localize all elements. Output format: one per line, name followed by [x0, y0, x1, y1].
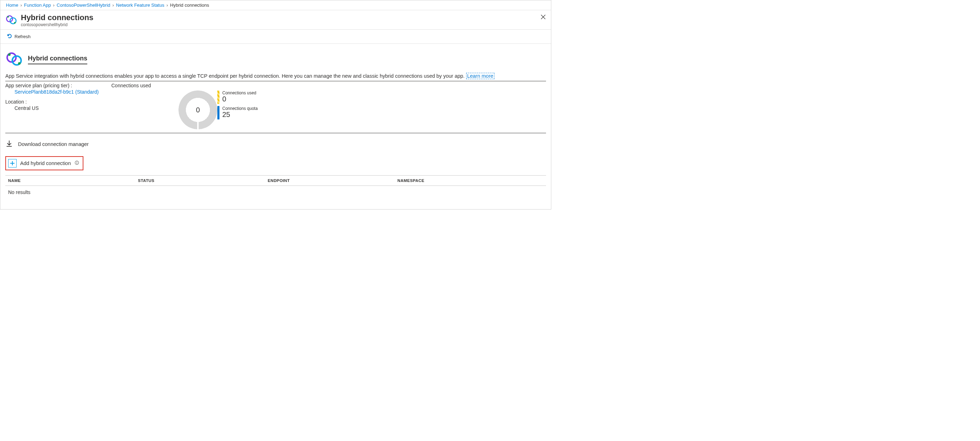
connections-stats-col: Connections used 0 Connections quota 25 — [217, 83, 546, 133]
section-title: Hybrid connections — [28, 55, 87, 64]
breadcrumb-link-network-feature-status[interactable]: Network Feature Status — [116, 3, 164, 8]
table-empty-text: No results — [5, 186, 546, 199]
breadcrumb-current: Hybrid connections — [170, 3, 209, 8]
hybrid-connections-icon — [5, 50, 23, 69]
column-header-namespace[interactable]: NAMESPACE — [395, 176, 546, 186]
column-header-endpoint[interactable]: ENDPOINT — [265, 176, 395, 186]
blade-header: Hybrid connections contosopowershellhybr… — [0, 10, 551, 29]
connections-used-stat: Connections used 0 — [217, 91, 546, 104]
download-connection-manager[interactable]: Download connection manager — [5, 133, 546, 156]
location-label: Location : — [5, 99, 111, 105]
connections-quota-label: Connections quota — [222, 106, 258, 111]
refresh-label: Refresh — [14, 34, 31, 39]
add-hybrid-connection-label: Add hybrid connection — [20, 161, 71, 166]
plan-and-location-col: App service plan (pricing tier) : Servic… — [5, 83, 111, 133]
table-empty-row: No results — [5, 186, 546, 199]
connections-used-header: Connections used — [111, 83, 217, 88]
svg-point-9 — [76, 161, 77, 162]
connections-quota-value: 25 — [222, 111, 258, 118]
chevron-right-icon: › — [21, 3, 22, 8]
chevron-right-icon: › — [112, 3, 114, 8]
svg-point-3 — [14, 22, 16, 24]
page-title: Hybrid connections — [21, 13, 93, 22]
download-label: Download connection manager — [18, 141, 89, 147]
connections-used-value: 0 — [222, 96, 256, 102]
svg-point-2 — [8, 16, 9, 18]
donut-center-value: 0 — [178, 91, 217, 129]
breadcrumb-link-function-app[interactable]: Function App — [24, 3, 51, 8]
svg-point-7 — [18, 62, 21, 65]
app-service-plan-link[interactable]: ServicePlanb818da2f-b9c1 (Standard) — [14, 89, 99, 95]
connections-quota-bar-icon — [217, 106, 220, 119]
connections-used-col: Connections used 0 — [111, 83, 217, 133]
plus-icon — [8, 159, 17, 167]
breadcrumb-link-app-name[interactable]: ContosoPowerShellHybrid — [57, 3, 110, 8]
breadcrumb-link-home[interactable]: Home — [6, 3, 18, 8]
section-description-text: App Service integration with hybrid conn… — [5, 73, 466, 79]
connections-used-bar-icon — [217, 91, 220, 104]
add-hybrid-connection-button[interactable]: Add hybrid connection — [5, 156, 83, 170]
chevron-right-icon: › — [53, 3, 54, 8]
section-description: App Service integration with hybrid conn… — [5, 73, 546, 79]
section-header: Hybrid connections — [5, 50, 546, 69]
hybrid-connections-icon — [5, 14, 18, 27]
breadcrumb: Home › Function App › ContosoPowerShellH… — [0, 0, 551, 10]
chevron-right-icon: › — [167, 3, 168, 8]
refresh-icon — [7, 33, 13, 40]
connections-quota-stat: Connections quota 25 — [217, 106, 546, 119]
page-subtitle: contosopowershellhybrid — [21, 22, 93, 27]
connections-usage-chart: 0 — [111, 89, 217, 133]
info-icon — [75, 161, 79, 166]
refresh-button[interactable]: Refresh — [5, 32, 32, 41]
svg-rect-10 — [76, 162, 77, 164]
app-service-plan-label: App service plan (pricing tier) : — [5, 83, 111, 88]
location-value: Central US — [5, 105, 111, 111]
hybrid-connections-table: NAME STATUS ENDPOINT NAMESPACE No result… — [5, 175, 546, 199]
connections-used-label: Connections used — [222, 91, 256, 96]
column-header-status[interactable]: STATUS — [135, 176, 265, 186]
svg-point-6 — [8, 53, 11, 56]
column-header-name[interactable]: NAME — [5, 176, 135, 186]
content: Hybrid connections App Service integrati… — [0, 44, 551, 209]
table-header-row: NAME STATUS ENDPOINT NAMESPACE — [5, 176, 546, 186]
close-button[interactable] — [539, 13, 547, 22]
learn-more-link[interactable]: Learn more — [466, 73, 495, 79]
command-bar: Refresh — [0, 29, 551, 44]
close-icon — [541, 14, 546, 21]
download-icon — [5, 140, 13, 148]
info-row: App service plan (pricing tier) : Servic… — [5, 81, 546, 133]
donut-chart: 0 — [178, 91, 217, 129]
